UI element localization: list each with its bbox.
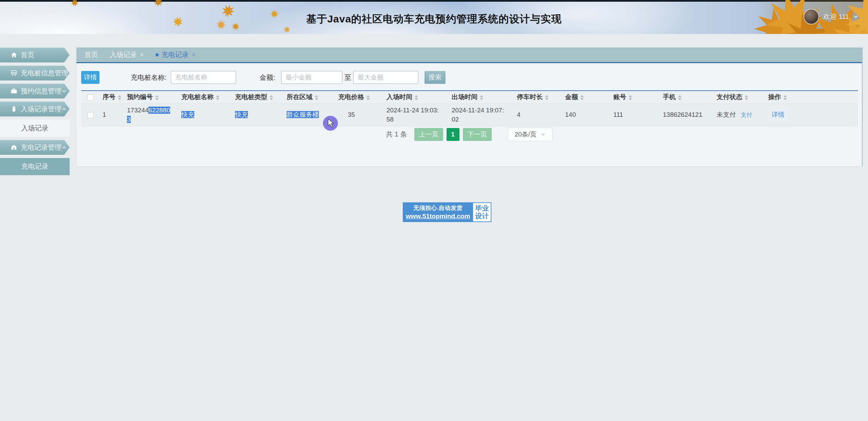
- sort-icon[interactable]: [580, 95, 584, 100]
- close-icon[interactable]: ✕: [191, 52, 196, 58]
- sort-icon[interactable]: [545, 95, 548, 100]
- column-header: 账号: [607, 91, 657, 104]
- cell-duration: 4: [511, 104, 559, 126]
- sort-icon[interactable]: [216, 95, 219, 100]
- search-toolbar: 详情 充电桩名称: 金额: 至 搜索: [81, 71, 862, 84]
- column-header: 操作: [762, 91, 858, 104]
- page-title: 基于Java的社区电动车充电预约管理系统的设计与实现: [0, 12, 868, 26]
- cell-index: 1: [96, 104, 121, 126]
- sidebar-subitem-entry-records[interactable]: 入场记录: [0, 120, 70, 137]
- sort-icon[interactable]: [366, 95, 370, 100]
- avatar[interactable]: [803, 9, 819, 24]
- sort-icon[interactable]: [678, 95, 682, 100]
- cell-entry-time: 2024-11-24 19:03:58: [380, 104, 446, 126]
- row-detail-button[interactable]: 详情: [768, 108, 788, 121]
- sidebar-item-label: 充电记录管理: [21, 143, 61, 152]
- mouse-icon: [10, 105, 18, 113]
- column-header: 支付状态: [710, 91, 762, 104]
- cell-phone: 13862624121: [657, 104, 710, 126]
- sidebar-item-entry-record-management[interactable]: 入场记录管理: [0, 102, 70, 116]
- to-label: 至: [344, 73, 351, 82]
- tab-charging-records[interactable]: 充电记录 ✕: [156, 50, 196, 59]
- sidebar-item-pile-management[interactable]: 充电桩信息管理: [0, 66, 70, 80]
- sidebar: 首页 充电桩信息管理 预约信息管理 入场记录管理 入场记录 充电记录管理 充电记…: [0, 48, 70, 178]
- cell-price: 35: [332, 104, 380, 126]
- sidebar-item-label: 预约信息管理: [21, 87, 61, 96]
- welcome-text: 欢迎 111: [823, 12, 849, 21]
- top-border: [0, 0, 868, 2]
- chevron-up-icon: [61, 145, 67, 150]
- pile-name-label: 充电桩名称:: [131, 73, 167, 82]
- sort-icon[interactable]: [315, 95, 318, 100]
- chevron-down-icon[interactable]: [853, 14, 858, 19]
- search-button[interactable]: 搜索: [424, 71, 446, 84]
- sidebar-item-home[interactable]: 首页: [0, 48, 70, 62]
- page-size-select[interactable]: 20条/页: [508, 128, 553, 141]
- sort-icon[interactable]: [783, 95, 787, 100]
- bag-icon: [10, 144, 18, 151]
- sort-icon[interactable]: [745, 95, 748, 100]
- sort-icon[interactable]: [415, 95, 418, 100]
- column-header: 所在区域: [281, 91, 332, 104]
- chevron-down-icon: [68, 71, 73, 76]
- column-header: 出场时间: [446, 91, 511, 104]
- column-header: 金额: [559, 91, 607, 104]
- select-all-checkbox[interactable]: [87, 94, 94, 101]
- cell-pay-status: 未支付支付: [710, 104, 762, 126]
- active-tab-dot-icon: [156, 53, 159, 56]
- cell-pile-name: 快充: [175, 104, 229, 126]
- selected-text: 快充: [181, 111, 194, 118]
- close-icon[interactable]: ✕: [140, 52, 144, 58]
- watermark-text: 无须担心.自动发货 www.51topmind.com: [403, 202, 473, 222]
- table-header-row: 序号 预约编号 充电桩名称 充电桩类型 所在区域 充电价格 入场时间 出场时间 …: [81, 91, 858, 104]
- tab-home[interactable]: 首页: [85, 50, 98, 59]
- sidebar-subitem-label: 入场记录: [21, 124, 49, 133]
- pile-name-input[interactable]: [171, 71, 236, 84]
- sort-icon[interactable]: [480, 95, 483, 100]
- column-header: 充电桩名称: [175, 91, 229, 104]
- charging-records-table: 序号 预约编号 充电桩名称 充电桩类型 所在区域 充电价格 入场时间 出场时间 …: [81, 90, 858, 126]
- sidebar-subitem-charging-records[interactable]: 充电记录: [0, 158, 70, 175]
- cell-account: 111: [607, 104, 657, 126]
- chevron-down-icon: [541, 132, 545, 137]
- chevron-up-icon: [61, 107, 67, 112]
- charging-pile-icon: [10, 69, 18, 77]
- watermark-badge: 毕业 设计: [473, 202, 491, 222]
- column-header: 充电桩类型: [229, 91, 281, 104]
- sidebar-subitem-label: 充电记录: [21, 162, 49, 171]
- app-header: 基于Java的社区电动车充电预约管理系统的设计与实现 欢迎 111: [0, 0, 868, 34]
- page-number-button[interactable]: 1: [447, 128, 459, 141]
- user-menu[interactable]: 欢迎 111: [803, 9, 858, 24]
- briefcase-icon: [10, 87, 18, 95]
- column-header: 预约编号: [121, 91, 175, 104]
- cell-booking-no: 1732446228803: [121, 104, 175, 126]
- cell-pile-type: 快充: [229, 104, 281, 126]
- tab-entry-records[interactable]: 入场记录 ✕: [110, 50, 144, 59]
- column-header: 充电价格: [332, 91, 380, 104]
- watermark-banner: 无须担心.自动发货 www.51topmind.com 毕业 设计: [403, 202, 491, 222]
- cell-action: 详情: [762, 104, 858, 126]
- min-amount-input[interactable]: [281, 71, 342, 84]
- table-row[interactable]: 1 1732446228803 快充 快充 群众服务楼 35 2024-11-2…: [81, 104, 858, 126]
- sort-icon[interactable]: [118, 95, 121, 100]
- column-header: 停车时长: [511, 91, 559, 104]
- sort-icon[interactable]: [155, 95, 159, 100]
- max-amount-input[interactable]: [353, 71, 418, 84]
- detail-button[interactable]: 详情: [81, 71, 100, 84]
- cell-amount: 140: [559, 104, 607, 126]
- sort-icon[interactable]: [270, 95, 273, 100]
- sidebar-item-charging-record-management[interactable]: 充电记录管理: [0, 140, 70, 155]
- sidebar-item-booking-management[interactable]: 预约信息管理: [0, 84, 70, 98]
- content-panel: 首页 入场记录 ✕ 充电记录 ✕ 详情 充电桩名称: 金额: 至 搜索: [76, 48, 863, 166]
- selected-text: 快充: [235, 111, 248, 118]
- sort-icon[interactable]: [629, 95, 632, 100]
- column-header: 序号: [96, 91, 121, 104]
- prev-page-button[interactable]: 上一页: [414, 128, 443, 141]
- sidebar-item-label: 首页: [21, 51, 34, 60]
- tab-bar: 首页 入场记录 ✕ 充电记录 ✕: [76, 48, 862, 63]
- next-page-button[interactable]: 下一页: [463, 128, 492, 141]
- sidebar-item-label: 充电桩信息管理: [21, 69, 68, 78]
- row-checkbox[interactable]: [87, 112, 94, 118]
- cell-area: 群众服务楼: [281, 104, 332, 126]
- pay-link[interactable]: 支付: [741, 112, 752, 118]
